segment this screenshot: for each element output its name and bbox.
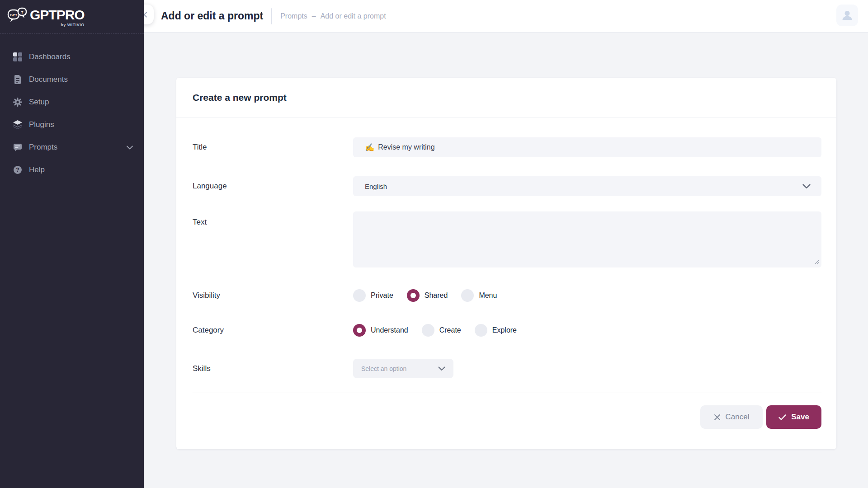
sidebar-item-label: Plugins bbox=[29, 120, 54, 129]
header-divider bbox=[271, 8, 272, 24]
logo-subtext: by WITIVIO bbox=[61, 23, 85, 27]
visibility-radio-group: Private Shared Menu bbox=[353, 289, 821, 302]
title-value: Revise my writing bbox=[378, 143, 434, 151]
sidebar-item-label: Prompts bbox=[29, 143, 57, 152]
category-row: Category Understand Create Explore bbox=[193, 320, 821, 340]
document-icon bbox=[13, 75, 23, 84]
sidebar-item-setup[interactable]: Setup bbox=[0, 91, 144, 113]
category-option-explore[interactable]: Explore bbox=[475, 324, 517, 337]
svg-text:T: T bbox=[21, 10, 24, 14]
chevron-down-icon bbox=[438, 366, 445, 371]
sidebar-item-help[interactable]: ? Help bbox=[0, 159, 144, 181]
radio-checked-icon bbox=[353, 324, 366, 337]
visibility-label: Visibility bbox=[193, 291, 353, 300]
skills-row: Skills Select an option bbox=[193, 359, 821, 378]
card-title: Create a new prompt bbox=[193, 92, 287, 103]
chat-bubble-icon bbox=[13, 142, 23, 152]
visibility-row: Visibility Private Shared Menu bbox=[193, 286, 821, 305]
main-content: Create a new prompt Title ✍️ Revise my w… bbox=[144, 33, 868, 488]
layers-icon bbox=[13, 120, 23, 130]
sidebar-item-label: Dashboards bbox=[29, 52, 71, 61]
person-icon bbox=[841, 9, 854, 22]
logo-text: GPTPRO bbox=[30, 7, 85, 23]
breadcrumb-separator: – bbox=[312, 12, 316, 20]
category-label: Category bbox=[193, 326, 353, 335]
sidebar-item-plugins[interactable]: Plugins bbox=[0, 113, 144, 136]
skills-select[interactable]: Select an option bbox=[353, 359, 453, 378]
form-actions: Cancel Save bbox=[193, 405, 821, 429]
breadcrumb-current: Add or edit a prompt bbox=[321, 12, 386, 20]
radio-checked-icon bbox=[407, 289, 420, 302]
title-label: Title bbox=[193, 143, 353, 152]
breadcrumb-parent[interactable]: Prompts bbox=[280, 12, 307, 20]
sidebar-item-label: Documents bbox=[29, 75, 68, 84]
text-label: Text bbox=[193, 211, 353, 227]
category-option-understand[interactable]: Understand bbox=[353, 324, 408, 337]
text-row: Text bbox=[193, 211, 821, 267]
language-label: Language bbox=[193, 182, 353, 191]
radio-unchecked-icon bbox=[475, 324, 487, 337]
radio-unchecked-icon bbox=[422, 324, 434, 337]
writing-hand-emoji: ✍️ bbox=[365, 143, 374, 152]
card-header: Create a new prompt bbox=[176, 78, 836, 117]
category-radio-group: Understand Create Explore bbox=[353, 324, 821, 337]
x-icon bbox=[714, 414, 721, 421]
title-input[interactable]: ✍️ Revise my writing bbox=[353, 137, 821, 157]
radio-unchecked-icon bbox=[461, 289, 474, 302]
sidebar: GPT T GPTPRO by WITIVIO Dashboards bbox=[0, 0, 144, 488]
visibility-option-menu[interactable]: Menu bbox=[461, 289, 497, 302]
sidebar-item-prompts[interactable]: Prompts bbox=[0, 136, 144, 159]
language-row: Language English bbox=[193, 176, 821, 196]
page-title: Add or edit a prompt bbox=[161, 10, 263, 22]
skills-placeholder: Select an option bbox=[361, 365, 438, 372]
logo-chat-bubbles-icon: GPT T bbox=[7, 7, 27, 25]
form-divider bbox=[193, 393, 821, 393]
sidebar-item-label: Help bbox=[29, 165, 45, 174]
skills-label: Skills bbox=[193, 364, 353, 373]
sidebar-item-dashboards[interactable]: Dashboards bbox=[0, 46, 144, 68]
language-select[interactable]: English bbox=[353, 176, 821, 196]
cancel-button[interactable]: Cancel bbox=[700, 405, 763, 429]
sidebar-item-label: Setup bbox=[29, 98, 49, 107]
question-circle-icon: ? bbox=[13, 165, 23, 175]
sidebar-item-documents[interactable]: Documents bbox=[0, 68, 144, 91]
radio-unchecked-icon bbox=[353, 289, 366, 302]
gear-icon bbox=[13, 97, 23, 107]
svg-text:?: ? bbox=[16, 167, 19, 173]
language-selected-value: English bbox=[365, 183, 802, 190]
save-button[interactable]: Save bbox=[766, 405, 821, 429]
visibility-option-shared[interactable]: Shared bbox=[407, 289, 448, 302]
grid-icon bbox=[13, 52, 23, 62]
visibility-option-private[interactable]: Private bbox=[353, 289, 393, 302]
app-logo[interactable]: GPT T GPTPRO by WITIVIO bbox=[0, 0, 144, 34]
top-header: Add or edit a prompt Prompts – Add or ed… bbox=[144, 0, 868, 33]
prompt-form-card: Create a new prompt Title ✍️ Revise my w… bbox=[176, 78, 836, 449]
svg-text:GPT: GPT bbox=[10, 13, 18, 17]
category-option-create[interactable]: Create bbox=[422, 324, 461, 337]
chevron-down-icon bbox=[802, 184, 811, 189]
sidebar-nav: Dashboards Documents bbox=[0, 46, 144, 181]
chevron-down-icon bbox=[127, 145, 133, 150]
text-textarea[interactable] bbox=[353, 211, 821, 267]
title-row: Title ✍️ Revise my writing bbox=[193, 137, 821, 157]
breadcrumb: Prompts – Add or edit a prompt bbox=[280, 12, 386, 20]
check-icon bbox=[778, 414, 786, 420]
user-avatar[interactable] bbox=[836, 5, 858, 26]
